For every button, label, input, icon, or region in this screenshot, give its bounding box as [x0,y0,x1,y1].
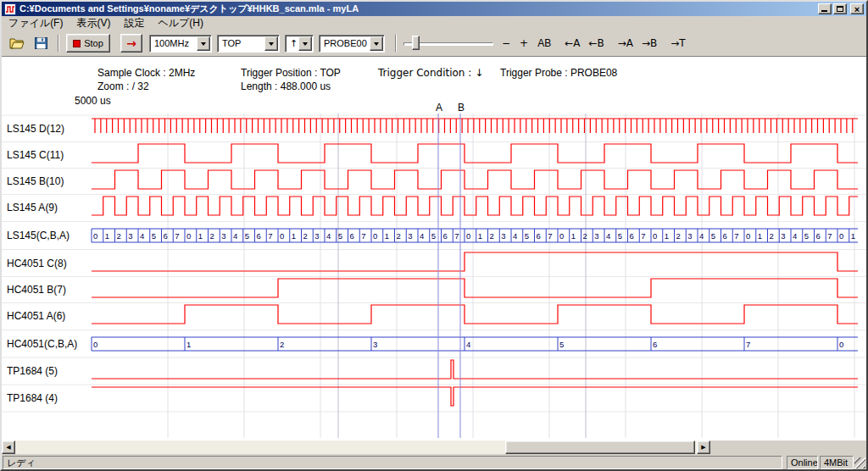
scroll-right-button[interactable]: ▶ [697,441,710,454]
online-status-badge: Online [787,456,818,469]
chevron-down-icon[interactable] [370,36,383,51]
minimize-button[interactable] [818,3,832,14]
memory-size-badge: 4MBit [820,456,854,469]
cursor-b-label[interactable]: B [454,102,468,114]
zoom-slider[interactable] [403,35,493,52]
trigger-condition-info: Trigger Condition : ↓ [378,67,483,79]
scroll-left-button[interactable]: ◀ [2,441,15,454]
close-icon: × [854,5,860,14]
status-message: レディ [3,456,782,469]
goto-trigger-button[interactable]: →T [667,35,688,52]
length-info: Length : 488.000 us [241,80,331,92]
menu-view[interactable]: 表示(V) [70,15,117,31]
ab-range-button[interactable]: AB [534,35,554,52]
menu-help[interactable]: ヘルプ(H) [151,15,210,31]
chevron-down-icon[interactable] [264,36,278,51]
minimize-icon [821,10,827,12]
app-icon[interactable] [4,3,16,15]
sample-rate-value: 100MHz [154,38,189,48]
menu-settings[interactable]: 設定 [117,15,151,31]
chevron-down-icon[interactable] [197,36,210,51]
trigger-probe-combo[interactable]: PROBE00 [319,35,385,53]
trigger-position-combo[interactable]: TOP [217,35,280,53]
waveform-client-area [2,57,866,441]
stop-icon [73,40,81,47]
run-button[interactable]: → [120,34,142,53]
toolbar: Stop → 100MHz TOP ↑ PROBE00 − + AB ←A ←B… [2,30,866,57]
timebase-label: 5000 us [75,95,111,107]
scrollbar-thumb[interactable] [505,441,695,454]
menu-bar: ファイル(F) 表示(V) 設定 ヘルプ(H) [2,16,866,30]
chevron-down-icon[interactable] [298,36,312,51]
resize-grip[interactable] [854,457,865,468]
goto-cursor-a-button[interactable]: ←A [561,35,583,52]
cursor-a-label[interactable]: A [432,102,446,114]
stop-label: Stop [84,38,103,48]
title-bar: C:¥Documents and Settings¥noname¥デスクトップ¥… [2,2,866,16]
open-file-button[interactable] [7,34,27,53]
trigger-edge-combo[interactable]: ↑ [285,35,314,53]
toolbar-separator [58,35,59,52]
zoom-info: Zoom : / 32 [97,80,149,92]
next-cursor-a-button[interactable]: →A [615,35,637,52]
trigger-position-info: Trigger Position : TOP [241,67,341,79]
menu-file[interactable]: ファイル(F) [2,15,70,31]
toolbar-separator [395,35,397,52]
arrow-right-icon: ▶ [701,444,705,451]
zoom-in-button[interactable]: + [516,35,531,52]
run-arrow-icon: → [126,36,136,50]
goto-cursor-b-button[interactable]: ←B [585,35,607,52]
arrow-left-icon: ◀ [6,444,10,451]
sample-clock-info: Sample Clock : 2MHz [97,67,195,79]
save-button[interactable] [31,34,51,53]
next-cursor-b-button[interactable]: →B [638,35,660,52]
sample-rate-combo[interactable]: 100MHz [149,35,212,53]
zoom-out-button[interactable]: − [498,35,514,52]
floppy-icon [35,37,47,49]
maximize-button[interactable] [833,3,847,14]
horizontal-scrollbar[interactable]: ◀ ▶ [2,441,710,454]
window-title: C:¥Documents and Settings¥noname¥デスクトップ¥… [19,3,816,15]
zoom-slider-handle[interactable] [412,36,420,50]
stop-button[interactable]: Stop [66,34,110,53]
maximize-icon [837,6,843,12]
close-button[interactable]: × [850,3,864,14]
trigger-edge-value: ↑ [290,38,298,49]
status-bar: レディ Online 4MBit [2,456,866,469]
trigger-probe-value: PROBE00 [324,38,367,48]
trigger-probe-info: Trigger Probe : PROBE08 [500,67,617,79]
trigger-position-value: TOP [222,38,241,48]
folder-open-icon [9,37,25,49]
myla-window: { "window": { "title": "C:¥Documents and… [0,0,868,471]
